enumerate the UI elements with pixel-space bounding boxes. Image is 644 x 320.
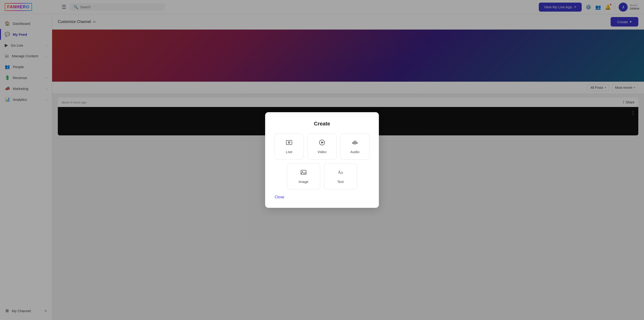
modal-title: Create xyxy=(274,121,370,127)
modal-bottom-row: Image Aa Text xyxy=(274,163,370,189)
modal-card-image[interactable]: Image xyxy=(287,163,320,189)
modal-card-text[interactable]: Aa Text xyxy=(324,163,357,189)
video-card-icon xyxy=(319,139,325,147)
svg-rect-8 xyxy=(356,141,356,144)
modal-overlay[interactable]: Create Live xyxy=(0,0,644,320)
image-label: Image xyxy=(298,180,308,184)
svg-rect-6 xyxy=(354,141,354,144)
modal-card-audio[interactable]: Audio xyxy=(340,133,370,160)
svg-point-11 xyxy=(302,171,303,172)
svg-rect-7 xyxy=(355,140,356,145)
modal-close-button[interactable]: Close xyxy=(274,195,284,199)
image-card-icon xyxy=(300,169,307,177)
modal-top-row: Live Video xyxy=(274,133,370,160)
audio-card-icon xyxy=(352,139,358,147)
create-modal: Create Live xyxy=(265,112,379,208)
live-label: Live xyxy=(286,150,292,154)
text-label: Text xyxy=(337,180,344,184)
audio-label: Audio xyxy=(350,150,359,154)
svg-rect-10 xyxy=(301,170,306,174)
svg-text:Aa: Aa xyxy=(338,170,343,175)
text-card-icon: Aa xyxy=(337,169,344,177)
svg-rect-2 xyxy=(288,142,290,143)
video-label: Video xyxy=(318,150,326,154)
svg-rect-9 xyxy=(357,142,358,144)
modal-card-live[interactable]: Live xyxy=(274,133,304,160)
svg-marker-4 xyxy=(321,141,324,144)
svg-rect-5 xyxy=(352,142,353,144)
live-card-icon xyxy=(286,139,292,147)
modal-card-video[interactable]: Video xyxy=(308,133,337,160)
